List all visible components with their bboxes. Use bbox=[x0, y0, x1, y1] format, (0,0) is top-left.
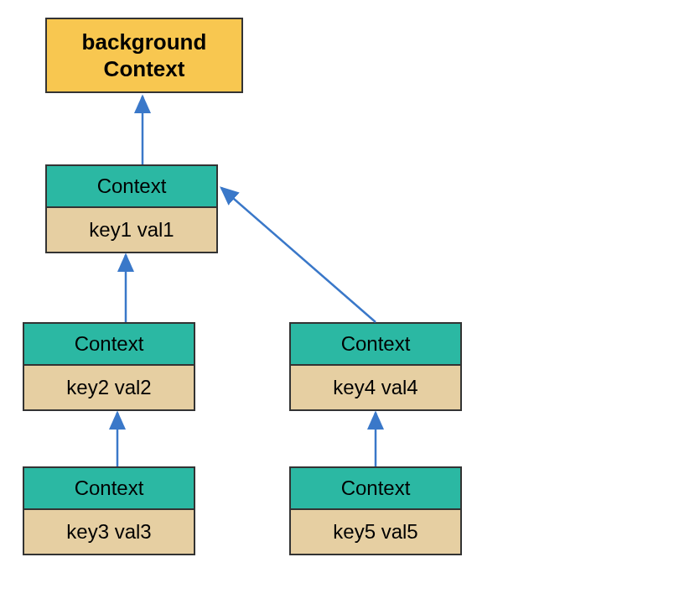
context-node-4-body: key4 val4 bbox=[291, 366, 460, 409]
context-node-1-body: key1 val1 bbox=[47, 208, 216, 252]
context-node-4: Context key4 val4 bbox=[289, 322, 462, 411]
context-node-5: Context key5 val5 bbox=[289, 466, 462, 555]
root-label-line1: background bbox=[82, 29, 207, 56]
context-node-3: Context key3 val3 bbox=[23, 466, 195, 555]
context-node-3-header: Context bbox=[24, 468, 194, 510]
root-context-node: background Context bbox=[45, 18, 243, 93]
context-node-1: Context key1 val1 bbox=[45, 164, 218, 253]
context-node-1-header: Context bbox=[47, 166, 216, 208]
context-node-2-body: key2 val2 bbox=[24, 366, 194, 409]
context-node-4-header: Context bbox=[291, 324, 460, 366]
root-label-line2: Context bbox=[104, 55, 185, 83]
context-node-2-header: Context bbox=[24, 324, 194, 366]
context-node-2: Context key2 val2 bbox=[23, 322, 195, 411]
context-node-3-body: key3 val3 bbox=[24, 510, 194, 554]
context-node-5-header: Context bbox=[291, 468, 460, 510]
edge-n4-n1 bbox=[221, 188, 376, 322]
context-node-5-body: key5 val5 bbox=[291, 510, 460, 554]
